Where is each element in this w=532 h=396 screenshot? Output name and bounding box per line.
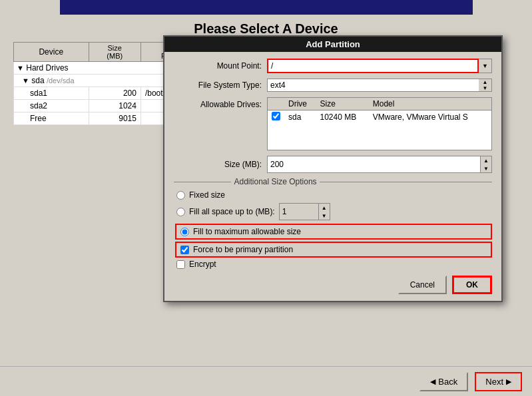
- size-input[interactable]: [267, 156, 481, 173]
- encrypt-label: Encrypt: [189, 260, 216, 269]
- sda1-size: 200: [89, 87, 140, 100]
- drive-row[interactable]: sda 10240 MB VMware, VMware Virtual S: [268, 110, 491, 124]
- drive-checkbox[interactable]: [272, 112, 280, 120]
- next-arrow-icon: ▶: [506, 377, 511, 386]
- fill-max-radio[interactable]: [180, 228, 189, 236]
- size-label: Size (MB):: [174, 160, 267, 169]
- dialog-titlebar: Add Partition: [164, 37, 501, 52]
- col-device: Device: [14, 43, 89, 62]
- next-button[interactable]: Next ▶: [475, 372, 522, 391]
- allowable-drives-label: Allowable Drives:: [174, 97, 267, 109]
- next-label: Next: [485, 377, 503, 387]
- drive-name: sda: [284, 110, 316, 124]
- drive-model: VMware, VMware Virtual S: [369, 110, 491, 124]
- drives-col-size: Size: [316, 98, 369, 110]
- mount-point-input[interactable]: [267, 59, 479, 73]
- force-primary-option-row: Force to be primary partition: [175, 242, 492, 258]
- fixed-size-label: Fixed size: [189, 190, 225, 200]
- back-label: Back: [438, 377, 457, 387]
- force-primary-checkbox[interactable]: [180, 246, 189, 254]
- fill-all-space-radio[interactable]: [176, 208, 185, 216]
- size-up-btn[interactable]: ▲: [481, 156, 491, 164]
- fill-up-btn[interactable]: ▲: [319, 204, 330, 212]
- size-down-btn[interactable]: ▼: [481, 164, 491, 172]
- bottom-bar: ◀ Back Next ▶: [0, 366, 532, 396]
- additional-size-label: Additional Size Options: [234, 177, 316, 186]
- fill-all-space-spinner: ▲ ▼: [319, 203, 330, 220]
- fill-all-space-label: Fill all space up to (MB):: [189, 207, 275, 216]
- drives-col-model: Model: [369, 98, 491, 110]
- add-partition-dialog: Add Partition Mount Point: ▼ File System…: [163, 35, 503, 302]
- encrypt-checkbox[interactable]: [176, 260, 185, 269]
- back-arrow-icon: ◀: [430, 377, 435, 386]
- top-bar: [60, 0, 473, 15]
- mount-point-label: Mount Point:: [174, 61, 267, 71]
- drives-col-radio: [268, 98, 284, 110]
- free-label: Free: [14, 112, 89, 125]
- drives-table: Drive Size Model sda 10240 MB VMware, VM…: [268, 98, 491, 124]
- sda2-size: 1024: [89, 100, 140, 112]
- sda2-name: sda2: [14, 100, 89, 112]
- mount-point-dropdown-btn[interactable]: ▼: [479, 59, 492, 73]
- fixed-size-radio[interactable]: [176, 191, 185, 200]
- sda1-name: sda1: [14, 87, 89, 100]
- back-button[interactable]: ◀ Back: [419, 372, 468, 391]
- force-primary-label: Force to be primary partition: [193, 245, 293, 254]
- fill-max-option-row: Fill to maximum allowable size: [175, 224, 492, 240]
- cancel-button[interactable]: Cancel: [398, 276, 447, 294]
- ok-button[interactable]: OK: [452, 276, 492, 294]
- filesystem-select[interactable]: ext4: [267, 79, 492, 92]
- hard-drives-label: Hard Drives: [26, 63, 68, 73]
- free-size: 9015: [89, 112, 140, 125]
- col-size: Size(MB): [89, 43, 140, 62]
- sda-label: sda: [31, 76, 44, 85]
- drive-size: 10240 MB: [316, 110, 369, 124]
- fill-down-btn[interactable]: ▼: [319, 212, 330, 220]
- size-spinner: ▲ ▼: [481, 156, 492, 173]
- filesystem-label: File System Type:: [174, 81, 267, 90]
- fill-all-space-input[interactable]: [279, 203, 319, 220]
- drives-col-drive: Drive: [284, 98, 316, 110]
- page-title: Please Select A Device: [0, 21, 532, 37]
- fill-max-label: Fill to maximum allowable size: [193, 227, 301, 236]
- sda-sublabel: /dev/sda: [47, 77, 75, 85]
